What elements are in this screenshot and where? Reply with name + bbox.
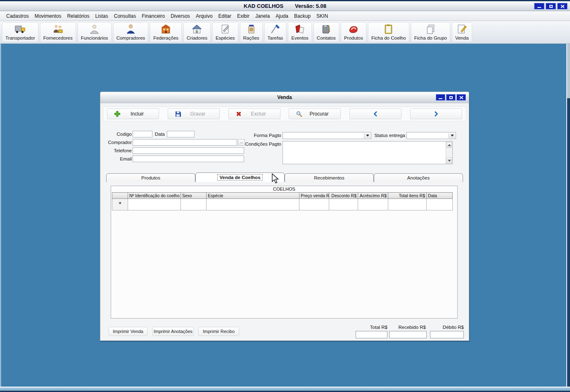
toolbar-label: Venda	[455, 35, 469, 40]
toolbar-venda[interactable]: Venda	[452, 22, 472, 42]
toolbar-label: Produtos	[344, 35, 363, 40]
tab-recebimentos[interactable]: Recebimentos	[285, 173, 374, 182]
minimize-icon	[537, 7, 541, 8]
toolbar-contatos[interactable]: Contatos	[314, 22, 339, 42]
menu-exibir[interactable]: Exibir	[234, 12, 252, 21]
scroll-down-button[interactable]	[446, 158, 452, 163]
data-field[interactable]	[167, 131, 195, 137]
condicoes-pagto-label: Condições Pagto	[241, 142, 281, 147]
toolbar-label: Federações	[153, 35, 178, 40]
codigo-field[interactable]	[133, 131, 152, 137]
debito-field[interactable]	[430, 331, 464, 338]
menu-editar[interactable]: Editar	[216, 12, 234, 21]
toolbar-fornecedores[interactable]: Fornecedores	[40, 22, 76, 42]
venda-close-button[interactable]	[456, 94, 466, 101]
grid-cell[interactable]	[329, 199, 358, 210]
condicoes-pagto-textarea[interactable]	[283, 141, 453, 164]
toolbar-funcionarios[interactable]: Funcionários	[78, 22, 112, 42]
menu-ajuda[interactable]: Ajuda	[273, 12, 291, 21]
tab-produtos[interactable]: Produtos	[106, 173, 195, 182]
menu-financeiro[interactable]: Financeiro	[139, 12, 168, 21]
toolbar-tarefas[interactable]: Tarefas	[264, 22, 287, 42]
scrollbar-thumb[interactable]	[567, 44, 570, 98]
menu-diversos[interactable]: Diversos	[168, 12, 193, 21]
search-icon	[296, 111, 302, 117]
forma-pagto-select[interactable]	[283, 132, 371, 139]
imprimir-recibo-button[interactable]: Imprimir Recibo	[198, 327, 239, 336]
dropdown-button[interactable]	[364, 133, 370, 138]
menu-consultas[interactable]: Consultas	[111, 12, 139, 21]
toolbar-racoes[interactable]: Rações	[240, 22, 263, 42]
col-especie: Espécie	[207, 193, 299, 199]
minimize-icon	[439, 98, 442, 99]
recebido-field[interactable]	[389, 331, 427, 338]
scroll-up-button[interactable]	[446, 142, 452, 148]
menu-janela[interactable]: Janela	[252, 12, 273, 21]
toolbar-criadores[interactable]: Criadores	[183, 22, 211, 42]
grid-cell[interactable]	[207, 199, 299, 210]
maximize-button[interactable]	[546, 3, 556, 9]
toolbar-compradores[interactable]: Compradores	[113, 22, 149, 42]
next-record-button[interactable]	[410, 109, 462, 119]
coelhos-grid-panel: COELHOS Nº Identificação do coelho Sexo …	[111, 186, 458, 319]
federation-building-icon	[160, 24, 172, 35]
venda-maximize-button[interactable]	[446, 94, 456, 101]
textarea-scrollbar[interactable]	[446, 142, 452, 164]
status-entrega-select[interactable]	[406, 132, 456, 139]
grid-cell[interactable]	[388, 199, 427, 210]
tab-anotacoes[interactable]: Anotações	[374, 173, 463, 182]
toolbar-federacoes[interactable]: Federações	[150, 22, 182, 42]
menu-listas[interactable]: Listas	[92, 12, 111, 21]
toolbar-transportador[interactable]: Transportador	[2, 22, 38, 42]
coelhos-grid[interactable]: Nº Identificação do coelho Sexo Espécie …	[112, 192, 453, 210]
menu-cadastros[interactable]: Cadastros	[3, 12, 32, 21]
grid-cell[interactable]	[358, 199, 388, 210]
meat-icon	[347, 24, 359, 35]
comprador-field[interactable]	[133, 139, 237, 146]
email-field[interactable]	[133, 156, 244, 162]
toolbar-label: Espécies	[216, 35, 235, 40]
grid-cell[interactable]	[181, 199, 207, 210]
excluir-button[interactable]: Excluir	[228, 109, 280, 119]
telefone-field[interactable]	[133, 147, 244, 154]
debito-label: Débito R$	[418, 325, 464, 330]
grid-cell[interactable]	[299, 199, 329, 210]
grid-cell[interactable]	[427, 199, 453, 210]
toolbar-label: Fornecedores	[43, 35, 73, 40]
grid-cell[interactable]	[128, 199, 181, 210]
toolbar-especies[interactable]: Espécies	[212, 22, 238, 42]
menu-relatorios[interactable]: Relatórios	[64, 12, 92, 21]
grid-header-row: Nº Identificação do coelho Sexo Espécie …	[112, 193, 453, 199]
toolbar-produtos[interactable]: Produtos	[341, 22, 366, 42]
procurar-label: Procurar	[302, 111, 335, 117]
new-record-marker: *	[112, 199, 128, 210]
menu-movimentos[interactable]: Movimentos	[32, 12, 64, 21]
imprimir-anotacoes-button[interactable]: Imprimir Anotações	[152, 327, 194, 336]
minimize-button[interactable]	[534, 3, 544, 9]
chevron-down-icon	[366, 135, 369, 137]
menu-arquivo[interactable]: Arquivo	[193, 12, 216, 21]
window-border-left	[0, 44, 1, 387]
venda-titlebar[interactable]: Venda	[100, 92, 469, 103]
col-data: Data	[427, 193, 453, 199]
window-controls	[534, 3, 568, 9]
toolbar-eventos[interactable]: Eventos	[288, 22, 312, 42]
gravar-button[interactable]: Gravar	[168, 109, 220, 119]
previous-record-button[interactable]	[349, 109, 401, 119]
venda-minimize-button[interactable]	[436, 94, 445, 101]
col-identificacao: Nº Identificação do coelho	[128, 193, 181, 199]
procurar-button[interactable]: Procurar	[289, 109, 341, 119]
total-field[interactable]	[356, 331, 387, 338]
client-vertical-scrollbar[interactable]	[566, 44, 570, 387]
venda-window-controls	[436, 94, 466, 101]
grid-new-row[interactable]: *	[112, 199, 453, 210]
menu-backup[interactable]: Backup	[291, 12, 314, 21]
imprimir-venda-button[interactable]: Imprimir Venda	[109, 327, 147, 336]
close-button[interactable]	[557, 3, 568, 9]
incluir-button[interactable]: Incluir	[107, 109, 159, 119]
forma-pagto-label: Forma Pagto	[245, 133, 281, 139]
menu-skin[interactable]: SKIN	[314, 12, 331, 21]
dropdown-button[interactable]	[449, 133, 455, 138]
toolbar-ficha-do-coelho[interactable]: Ficha do Coelho	[368, 22, 409, 42]
toolbar-ficha-do-grupo[interactable]: Ficha do Grupo	[411, 22, 450, 42]
